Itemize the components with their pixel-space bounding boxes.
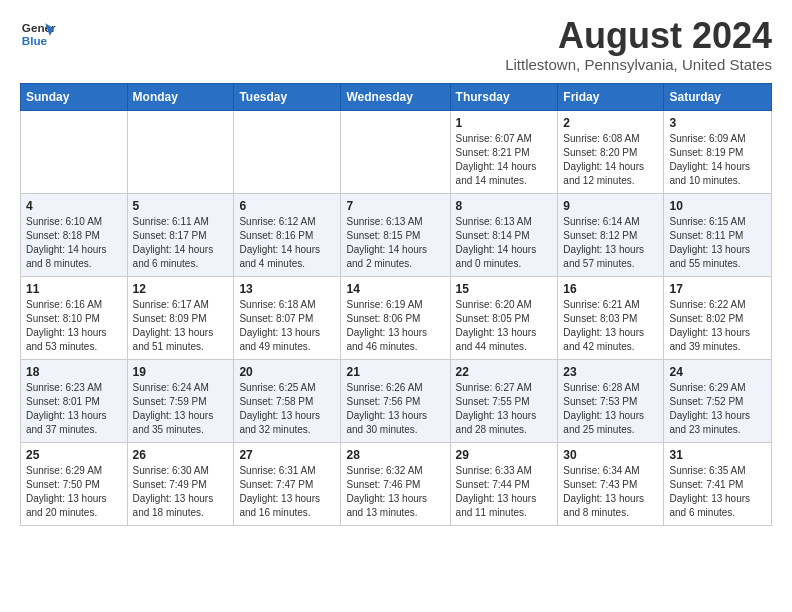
- calendar-header: SundayMondayTuesdayWednesdayThursdayFrid…: [21, 83, 772, 110]
- calendar-row: 1Sunrise: 6:07 AM Sunset: 8:21 PM Daylig…: [21, 110, 772, 193]
- calendar-body: 1Sunrise: 6:07 AM Sunset: 8:21 PM Daylig…: [21, 110, 772, 525]
- calendar-cell: 21Sunrise: 6:26 AM Sunset: 7:56 PM Dayli…: [341, 359, 450, 442]
- calendar-cell: [21, 110, 128, 193]
- day-info: Sunrise: 6:18 AM Sunset: 8:07 PM Dayligh…: [239, 298, 335, 354]
- calendar-cell: 9Sunrise: 6:14 AM Sunset: 8:12 PM Daylig…: [558, 193, 664, 276]
- col-header-tuesday: Tuesday: [234, 83, 341, 110]
- calendar-cell: 1Sunrise: 6:07 AM Sunset: 8:21 PM Daylig…: [450, 110, 558, 193]
- calendar-row: 4Sunrise: 6:10 AM Sunset: 8:18 PM Daylig…: [21, 193, 772, 276]
- day-info: Sunrise: 6:19 AM Sunset: 8:06 PM Dayligh…: [346, 298, 444, 354]
- day-number: 14: [346, 282, 444, 296]
- day-info: Sunrise: 6:10 AM Sunset: 8:18 PM Dayligh…: [26, 215, 122, 271]
- calendar-cell: 25Sunrise: 6:29 AM Sunset: 7:50 PM Dayli…: [21, 442, 128, 525]
- day-number: 10: [669, 199, 766, 213]
- calendar-cell: [234, 110, 341, 193]
- day-info: Sunrise: 6:11 AM Sunset: 8:17 PM Dayligh…: [133, 215, 229, 271]
- day-number: 9: [563, 199, 658, 213]
- logo-icon: General Blue: [20, 16, 56, 52]
- day-info: Sunrise: 6:08 AM Sunset: 8:20 PM Dayligh…: [563, 132, 658, 188]
- calendar-row: 25Sunrise: 6:29 AM Sunset: 7:50 PM Dayli…: [21, 442, 772, 525]
- calendar-cell: 20Sunrise: 6:25 AM Sunset: 7:58 PM Dayli…: [234, 359, 341, 442]
- day-info: Sunrise: 6:31 AM Sunset: 7:47 PM Dayligh…: [239, 464, 335, 520]
- header: General Blue August 2024 Littlestown, Pe…: [20, 16, 772, 73]
- day-info: Sunrise: 6:09 AM Sunset: 8:19 PM Dayligh…: [669, 132, 766, 188]
- day-info: Sunrise: 6:35 AM Sunset: 7:41 PM Dayligh…: [669, 464, 766, 520]
- header-row: SundayMondayTuesdayWednesdayThursdayFrid…: [21, 83, 772, 110]
- day-info: Sunrise: 6:33 AM Sunset: 7:44 PM Dayligh…: [456, 464, 553, 520]
- day-number: 15: [456, 282, 553, 296]
- main-title: August 2024: [505, 16, 772, 56]
- calendar-cell: 31Sunrise: 6:35 AM Sunset: 7:41 PM Dayli…: [664, 442, 772, 525]
- calendar-cell: 10Sunrise: 6:15 AM Sunset: 8:11 PM Dayli…: [664, 193, 772, 276]
- logo: General Blue: [20, 16, 56, 52]
- col-header-sunday: Sunday: [21, 83, 128, 110]
- col-header-wednesday: Wednesday: [341, 83, 450, 110]
- calendar-table: SundayMondayTuesdayWednesdayThursdayFrid…: [20, 83, 772, 526]
- calendar-cell: 23Sunrise: 6:28 AM Sunset: 7:53 PM Dayli…: [558, 359, 664, 442]
- col-header-friday: Friday: [558, 83, 664, 110]
- day-number: 6: [239, 199, 335, 213]
- calendar-cell: 22Sunrise: 6:27 AM Sunset: 7:55 PM Dayli…: [450, 359, 558, 442]
- day-info: Sunrise: 6:26 AM Sunset: 7:56 PM Dayligh…: [346, 381, 444, 437]
- day-info: Sunrise: 6:13 AM Sunset: 8:15 PM Dayligh…: [346, 215, 444, 271]
- day-info: Sunrise: 6:29 AM Sunset: 7:50 PM Dayligh…: [26, 464, 122, 520]
- day-number: 5: [133, 199, 229, 213]
- day-info: Sunrise: 6:27 AM Sunset: 7:55 PM Dayligh…: [456, 381, 553, 437]
- day-number: 29: [456, 448, 553, 462]
- day-info: Sunrise: 6:30 AM Sunset: 7:49 PM Dayligh…: [133, 464, 229, 520]
- day-number: 25: [26, 448, 122, 462]
- col-header-thursday: Thursday: [450, 83, 558, 110]
- calendar-cell: 24Sunrise: 6:29 AM Sunset: 7:52 PM Dayli…: [664, 359, 772, 442]
- day-number: 4: [26, 199, 122, 213]
- col-header-monday: Monday: [127, 83, 234, 110]
- calendar-cell: 29Sunrise: 6:33 AM Sunset: 7:44 PM Dayli…: [450, 442, 558, 525]
- day-number: 20: [239, 365, 335, 379]
- day-info: Sunrise: 6:21 AM Sunset: 8:03 PM Dayligh…: [563, 298, 658, 354]
- day-info: Sunrise: 6:22 AM Sunset: 8:02 PM Dayligh…: [669, 298, 766, 354]
- calendar-cell: 4Sunrise: 6:10 AM Sunset: 8:18 PM Daylig…: [21, 193, 128, 276]
- col-header-saturday: Saturday: [664, 83, 772, 110]
- day-info: Sunrise: 6:07 AM Sunset: 8:21 PM Dayligh…: [456, 132, 553, 188]
- calendar-cell: 7Sunrise: 6:13 AM Sunset: 8:15 PM Daylig…: [341, 193, 450, 276]
- day-info: Sunrise: 6:32 AM Sunset: 7:46 PM Dayligh…: [346, 464, 444, 520]
- day-number: 26: [133, 448, 229, 462]
- day-number: 28: [346, 448, 444, 462]
- day-number: 1: [456, 116, 553, 130]
- day-number: 8: [456, 199, 553, 213]
- day-number: 24: [669, 365, 766, 379]
- calendar-cell: 30Sunrise: 6:34 AM Sunset: 7:43 PM Dayli…: [558, 442, 664, 525]
- calendar-cell: 13Sunrise: 6:18 AM Sunset: 8:07 PM Dayli…: [234, 276, 341, 359]
- day-info: Sunrise: 6:34 AM Sunset: 7:43 PM Dayligh…: [563, 464, 658, 520]
- day-number: 12: [133, 282, 229, 296]
- calendar-cell: 19Sunrise: 6:24 AM Sunset: 7:59 PM Dayli…: [127, 359, 234, 442]
- calendar-cell: 6Sunrise: 6:12 AM Sunset: 8:16 PM Daylig…: [234, 193, 341, 276]
- subtitle: Littlestown, Pennsylvania, United States: [505, 56, 772, 73]
- calendar-cell: 14Sunrise: 6:19 AM Sunset: 8:06 PM Dayli…: [341, 276, 450, 359]
- day-number: 18: [26, 365, 122, 379]
- day-number: 2: [563, 116, 658, 130]
- day-info: Sunrise: 6:12 AM Sunset: 8:16 PM Dayligh…: [239, 215, 335, 271]
- day-info: Sunrise: 6:13 AM Sunset: 8:14 PM Dayligh…: [456, 215, 553, 271]
- day-info: Sunrise: 6:16 AM Sunset: 8:10 PM Dayligh…: [26, 298, 122, 354]
- day-info: Sunrise: 6:20 AM Sunset: 8:05 PM Dayligh…: [456, 298, 553, 354]
- calendar-cell: 8Sunrise: 6:13 AM Sunset: 8:14 PM Daylig…: [450, 193, 558, 276]
- calendar-cell: 16Sunrise: 6:21 AM Sunset: 8:03 PM Dayli…: [558, 276, 664, 359]
- day-number: 7: [346, 199, 444, 213]
- day-info: Sunrise: 6:28 AM Sunset: 7:53 PM Dayligh…: [563, 381, 658, 437]
- calendar-cell: 2Sunrise: 6:08 AM Sunset: 8:20 PM Daylig…: [558, 110, 664, 193]
- day-number: 13: [239, 282, 335, 296]
- calendar-cell: 11Sunrise: 6:16 AM Sunset: 8:10 PM Dayli…: [21, 276, 128, 359]
- day-number: 22: [456, 365, 553, 379]
- day-info: Sunrise: 6:17 AM Sunset: 8:09 PM Dayligh…: [133, 298, 229, 354]
- day-number: 27: [239, 448, 335, 462]
- calendar-row: 11Sunrise: 6:16 AM Sunset: 8:10 PM Dayli…: [21, 276, 772, 359]
- day-number: 21: [346, 365, 444, 379]
- day-info: Sunrise: 6:14 AM Sunset: 8:12 PM Dayligh…: [563, 215, 658, 271]
- day-number: 17: [669, 282, 766, 296]
- day-info: Sunrise: 6:24 AM Sunset: 7:59 PM Dayligh…: [133, 381, 229, 437]
- calendar-cell: 3Sunrise: 6:09 AM Sunset: 8:19 PM Daylig…: [664, 110, 772, 193]
- svg-text:Blue: Blue: [22, 34, 48, 47]
- day-number: 11: [26, 282, 122, 296]
- calendar-cell: 27Sunrise: 6:31 AM Sunset: 7:47 PM Dayli…: [234, 442, 341, 525]
- day-number: 23: [563, 365, 658, 379]
